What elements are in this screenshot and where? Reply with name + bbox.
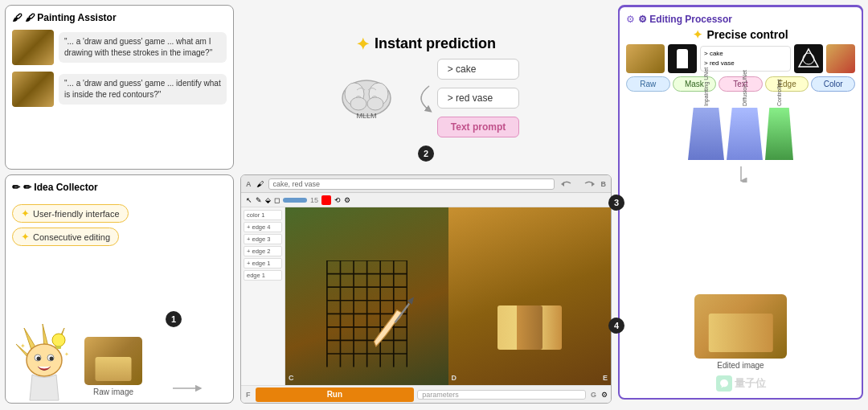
precise-control-right: ✦ Precise control <box>626 28 855 41</box>
watermark: 量子位 <box>716 375 766 392</box>
editor-container: A 🖌 cake, red vase B <box>240 174 612 404</box>
chat-item-2: "... a 'draw and guess' game ... identif… <box>12 72 227 107</box>
svg-point-12 <box>52 334 65 346</box>
painting-assistor-panel: 🖌 🖌 Painting Assistor "... a 'draw and g… <box>5 5 234 170</box>
editor-second-bar: ↖ ✎ ⬙ ◻ 15 ⟲ ⚙ <box>241 193 611 207</box>
editor-label-b: B <box>601 180 607 188</box>
controlnet-shape <box>765 108 793 160</box>
inpainting-label: Inpainting UNet <box>703 50 709 106</box>
settings-icon[interactable]: ⚙ <box>344 196 350 204</box>
corner-d: D <box>452 374 457 382</box>
net-col-diffusion: Diffusion UNet <box>727 50 763 160</box>
result-cake <box>497 305 562 350</box>
svg-text:MLLM: MLLM <box>356 112 376 120</box>
step-1-badge: 1 <box>166 311 182 327</box>
redo-icon[interactable] <box>580 178 596 190</box>
text-prompt-button[interactable]: Text prompt <box>437 117 519 137</box>
step-3-badge: 3 <box>608 195 624 211</box>
layer-row-1[interactable]: color 1 <box>244 210 282 220</box>
output-box-2: > red vase <box>437 88 519 109</box>
tool-icon-3[interactable]: ⬙ <box>265 196 271 204</box>
svg-point-7 <box>27 344 62 376</box>
controlnet-label: ControlNet <box>776 50 782 106</box>
layer-row-5[interactable]: + edge 1 <box>244 258 282 269</box>
layers-panel: color 1 + edge 4 + edge 3 + edge 2 + edg… <box>241 207 285 385</box>
editor-panel: A 🖌 cake, red vase B <box>240 174 612 404</box>
brush-icon: 🖌 <box>256 180 264 188</box>
tool-icon-5[interactable]: ⟲ <box>334 196 341 204</box>
svg-point-10 <box>37 357 41 361</box>
ep-tab-color[interactable]: Color <box>811 76 855 92</box>
editing-processor-right: ⚙ ⚙ Editing Processor ✦ Precise control … <box>618 6 863 400</box>
feature-tag-2: ✦ Consecutive editing <box>12 228 119 246</box>
layer-row-6[interactable]: edge 1 <box>244 270 282 281</box>
watermark-text: 量子位 <box>735 376 766 391</box>
layer-row-4[interactable]: + edge 2 <box>244 246 282 256</box>
step-4-badge: 4 <box>608 318 624 334</box>
brush-size-indicator <box>283 198 307 203</box>
layer-row-2[interactable]: + edge 4 <box>244 222 282 232</box>
layer-row-3[interactable]: + edge 3 <box>244 234 282 244</box>
chat-bubble-1: "... a 'draw and guess' game ... what am… <box>59 32 227 63</box>
svg-point-4 <box>367 97 383 110</box>
ep-color-thumb <box>826 44 855 73</box>
edited-image-label: Edited image <box>717 361 764 370</box>
chat-item-1: "... a 'draw and guess' game ... what am… <box>12 30 227 65</box>
undo-icon[interactable] <box>559 178 575 190</box>
chat-img-2 <box>12 72 54 107</box>
svg-text:✦: ✦ <box>64 351 69 357</box>
editor-top-bar: A 🖌 cake, red vase B <box>241 175 611 193</box>
idea-collector-title: ✏ ✏ Idea Collector <box>12 182 227 193</box>
svg-marker-17 <box>561 182 564 187</box>
svg-text:✦: ✦ <box>20 342 26 350</box>
character-area: ✦ ✦ Raw image <box>12 262 227 396</box>
corner-g-label: G <box>589 391 598 399</box>
corner-f-label: F <box>244 391 252 399</box>
inpainting-shape <box>688 108 724 160</box>
chat-bubble-2: "... a 'draw and guess' game ... identif… <box>59 74 227 105</box>
run-button[interactable]: Run <box>256 387 415 402</box>
chat-img-1 <box>12 30 54 65</box>
brush-size-value: 15 <box>310 196 318 204</box>
params-box[interactable]: parameters <box>417 390 586 400</box>
ep-raw-thumb <box>626 44 665 73</box>
feature-tag-1: ✦ User-friendly interface <box>12 204 129 223</box>
instant-prediction-label: ✦ Instant prediction <box>356 35 496 54</box>
character-illustration: ✦ ✦ <box>12 316 76 396</box>
canvas-drawing-area[interactable]: C <box>285 207 448 385</box>
step-2-badge: 2 <box>418 146 434 162</box>
result-area: D E <box>448 207 612 385</box>
tool-icon-1[interactable]: ↖ <box>246 196 252 204</box>
net-col-controlnet: ControlNet <box>765 50 793 160</box>
hand-illustration <box>366 287 424 358</box>
svg-point-3 <box>350 97 366 110</box>
idea-collector-panel: ✏ ✏ Idea Collector ✦ User-friendly inter… <box>5 174 234 404</box>
net-col-inpainting: Inpainting UNet <box>688 50 724 160</box>
edited-image-area: 4 Edited image 量子位 <box>626 294 855 392</box>
ep-edge-thumb <box>794 44 823 73</box>
raw-image-area: Raw image <box>84 337 142 396</box>
raw-image-box <box>84 337 142 385</box>
text-input-field[interactable]: cake, red vase <box>268 178 555 190</box>
painting-assistor-title: 🖌 🖌 Painting Assistor <box>12 12 227 23</box>
ep-tab-raw[interactable]: Raw <box>626 76 670 92</box>
diffusion-shape <box>727 108 763 160</box>
tool-icon-4[interactable]: ◻ <box>274 196 280 204</box>
star-icon-1: ✦ <box>21 207 30 219</box>
network-diagram: Inpainting UNet Diffusion UNet ControlNe… <box>626 95 855 163</box>
star-icon-2: ✦ <box>21 231 30 243</box>
arrows-left <box>409 74 433 122</box>
color-swatch[interactable] <box>321 195 331 205</box>
svg-rect-13 <box>56 346 61 349</box>
editor-label-a: A <box>246 180 252 188</box>
corner-c: C <box>289 374 294 382</box>
settings-small-icon[interactable]: ⚙ <box>601 391 608 399</box>
tool-icon-2[interactable]: ✎ <box>256 196 262 204</box>
editor-bottom-bar: F Run parameters G ⚙ <box>241 385 611 403</box>
svg-point-11 <box>50 357 54 361</box>
arrow-to-editor <box>150 380 227 396</box>
center-top: 2 ✦ Instant prediction <box>240 5 612 170</box>
editor-main: color 1 + edge 4 + edge 3 + edge 2 + edg… <box>241 207 611 385</box>
idea-features: ✦ User-friendly interface ✦ Consecutive … <box>12 204 227 251</box>
down-arrow <box>626 166 855 185</box>
